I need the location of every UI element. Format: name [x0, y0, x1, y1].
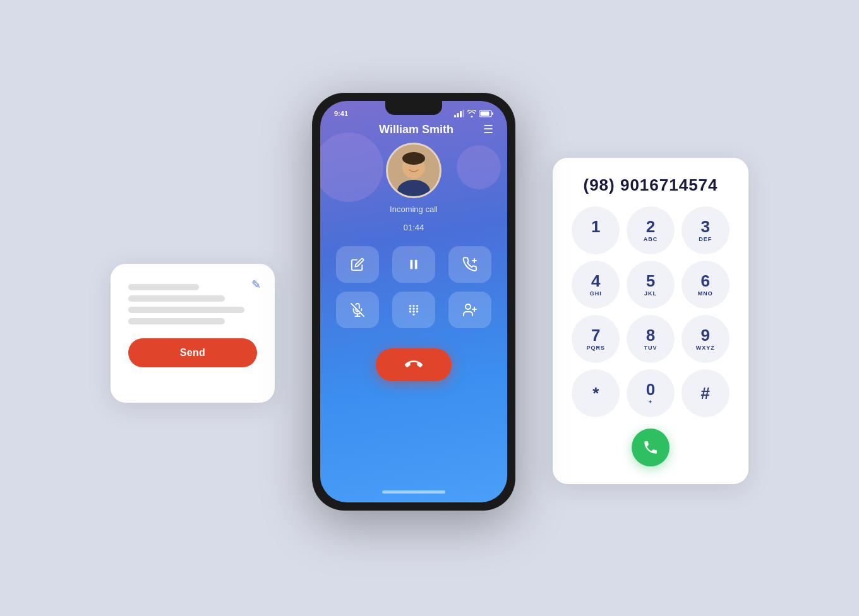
dialpad-card: (98) 9016714574 1 2 ABC 3 DEF 4 GHI 5: [553, 158, 748, 484]
sms-line-1: [128, 284, 199, 290]
svg-rect-1: [457, 113, 459, 117]
incoming-label: Incoming call: [390, 204, 438, 214]
sms-text-lines: [128, 284, 257, 324]
svg-rect-5: [481, 112, 490, 116]
add-call-button[interactable]: [448, 246, 491, 283]
dial-key-2[interactable]: 2 ABC: [627, 206, 675, 254]
contact-name: William Smith: [379, 123, 454, 136]
phone-wrapper: 9:41: [313, 93, 515, 510]
home-indicator: [382, 490, 445, 494]
battery-icon: [479, 110, 493, 117]
edit-icon[interactable]: ✎: [251, 278, 261, 292]
phone-call-icon: [642, 439, 659, 456]
dial-key-hash[interactable]: #: [682, 369, 730, 417]
avatar-image: [388, 146, 439, 196]
dial-key-3[interactable]: 3 DEF: [682, 206, 730, 254]
phone-number-display: (98) 9016714574: [583, 175, 718, 195]
avatar: [386, 143, 442, 198]
blob-1: [320, 133, 383, 202]
svg-point-21: [412, 308, 414, 310]
keypad-icon: [407, 303, 421, 317]
blob-2: [457, 145, 501, 189]
svg-point-26: [412, 314, 414, 316]
sms-line-3: [128, 307, 244, 313]
svg-point-22: [416, 308, 418, 310]
svg-rect-0: [454, 115, 456, 117]
dial-key-star[interactable]: *: [572, 369, 620, 417]
dial-key-6[interactable]: 6 MNO: [682, 261, 730, 309]
call-timer: 01:44: [404, 223, 424, 232]
dial-key-7[interactable]: 7 PQRS: [572, 315, 620, 363]
end-call-icon: [405, 356, 423, 374]
add-person-button[interactable]: [448, 292, 491, 328]
svg-point-27: [466, 304, 471, 309]
pencil-icon: [351, 258, 364, 271]
sms-line-2: [128, 295, 225, 302]
edit-action-button[interactable]: [336, 246, 379, 283]
dial-key-9[interactable]: 9 WXYZ: [682, 315, 730, 363]
add-call-icon: [462, 257, 478, 272]
svg-point-17: [409, 305, 411, 307]
pause-icon: [407, 258, 421, 271]
phone-notch: [385, 101, 442, 115]
add-person-icon: [462, 302, 478, 317]
scene: ✎ Send 9:41: [0, 0, 859, 616]
phone-screen: 9:41: [320, 101, 507, 502]
svg-point-25: [416, 311, 418, 312]
svg-point-9: [402, 152, 425, 165]
status-icons: [454, 110, 493, 117]
dial-key-1[interactable]: 1: [572, 206, 620, 254]
dial-key-4[interactable]: 4 GHI: [572, 261, 620, 309]
actions-grid: [320, 246, 507, 328]
keypad-button[interactable]: [392, 292, 435, 328]
status-time: 9:41: [334, 110, 348, 117]
svg-rect-10: [410, 260, 412, 270]
dialpad-grid: 1 2 ABC 3 DEF 4 GHI 5 JKL 6 MNO: [572, 206, 730, 417]
sms-card: ✎ Send: [111, 264, 275, 403]
menu-icon[interactable]: ☰: [483, 122, 493, 136]
svg-point-20: [409, 308, 411, 310]
wifi-icon: [467, 110, 476, 117]
dial-key-8[interactable]: 8 TUV: [627, 315, 675, 363]
sms-line-4: [128, 318, 225, 324]
end-call-button[interactable]: [376, 348, 452, 381]
send-button[interactable]: Send: [128, 338, 257, 367]
svg-rect-2: [460, 111, 462, 117]
svg-rect-3: [463, 110, 465, 117]
svg-point-23: [409, 311, 411, 312]
dial-key-5[interactable]: 5 JKL: [627, 261, 675, 309]
svg-point-19: [416, 305, 418, 307]
phone-frame: 9:41: [313, 93, 515, 510]
dial-call-button[interactable]: [632, 429, 670, 466]
mute-button[interactable]: [336, 292, 379, 328]
pause-action-button[interactable]: [392, 246, 435, 283]
mute-icon: [351, 303, 364, 317]
signal-icon: [454, 110, 464, 117]
dial-key-0[interactable]: 0 +: [627, 369, 675, 417]
svg-rect-11: [415, 260, 417, 270]
svg-point-18: [412, 305, 414, 307]
svg-point-24: [412, 311, 414, 312]
